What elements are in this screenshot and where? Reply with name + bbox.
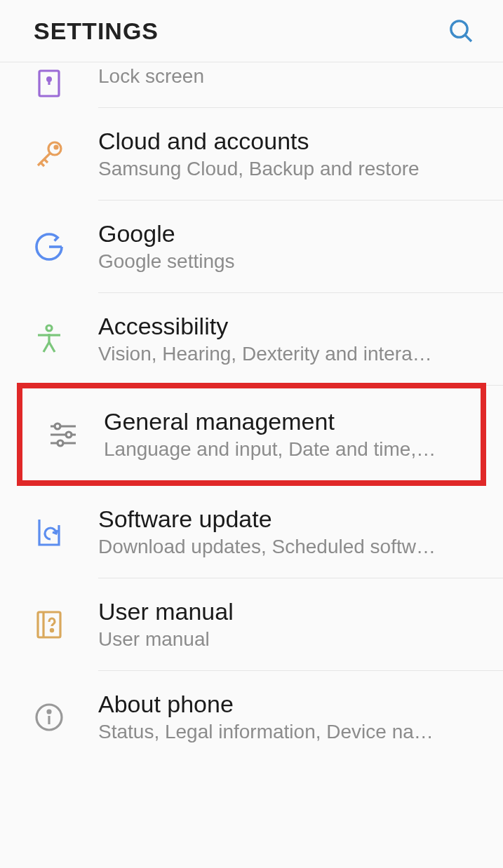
sliders-icon	[22, 418, 104, 452]
settings-item-lock-screen[interactable]: Lock screen	[0, 62, 503, 108]
item-title: Google	[98, 220, 483, 247]
info-icon	[0, 700, 98, 734]
settings-item-software-update[interactable]: Software update Download updates, Schedu…	[0, 486, 503, 578]
item-title: Accessibility	[98, 313, 483, 340]
svg-line-8	[41, 163, 44, 166]
settings-item-accessibility[interactable]: Accessibility Vision, Hearing, Dexterity…	[0, 293, 503, 386]
svg-point-17	[55, 423, 60, 429]
svg-line-14	[43, 342, 49, 352]
svg-point-26	[48, 710, 51, 713]
settings-item-about-phone[interactable]: About phone Status, Legal information, D…	[0, 671, 503, 763]
settings-item-cloud-accounts[interactable]: Cloud and accounts Samsung Cloud, Backup…	[0, 108, 503, 201]
item-title: Software update	[98, 506, 483, 533]
svg-point-0	[451, 21, 467, 37]
item-subtitle: Status, Legal information, Device na…	[98, 721, 483, 743]
item-subtitle: Vision, Hearing, Dexterity and intera…	[98, 343, 483, 365]
google-icon	[0, 230, 98, 264]
page-title: SETTINGS	[34, 18, 159, 45]
item-subtitle: Samsung Cloud, Backup and restore	[98, 158, 483, 180]
key-icon	[0, 137, 98, 171]
svg-line-1	[466, 36, 471, 41]
person-icon	[0, 323, 98, 356]
item-subtitle: Lock screen	[98, 65, 483, 88]
item-title: General management	[104, 408, 461, 435]
item-title: Cloud and accounts	[98, 128, 483, 155]
svg-point-6	[55, 146, 58, 149]
svg-point-3	[48, 78, 51, 81]
item-title: User manual	[98, 598, 483, 625]
manual-icon	[0, 608, 98, 642]
settings-list: Lock screen Cloud and accounts Samsung C…	[0, 62, 503, 763]
svg-rect-22	[38, 612, 60, 637]
item-subtitle: Google settings	[98, 250, 483, 273]
svg-point-24	[51, 629, 53, 631]
settings-header: SETTINGS	[0, 0, 503, 62]
settings-item-google[interactable]: Google Google settings	[0, 201, 503, 293]
item-subtitle: User manual	[98, 628, 483, 651]
svg-point-19	[66, 432, 72, 438]
svg-line-9	[44, 159, 48, 163]
settings-item-user-manual[interactable]: User manual User manual	[0, 578, 503, 671]
lock-icon	[0, 62, 98, 99]
search-icon[interactable]	[447, 17, 475, 45]
svg-point-21	[58, 440, 63, 446]
item-subtitle: Language and input, Date and time,…	[104, 438, 461, 461]
svg-line-15	[49, 342, 55, 352]
item-title: About phone	[98, 691, 483, 718]
svg-point-11	[46, 325, 52, 331]
item-subtitle: Download updates, Scheduled softw…	[98, 536, 483, 558]
settings-item-general-management[interactable]: General management Language and input, D…	[17, 383, 486, 486]
update-icon	[0, 515, 98, 549]
